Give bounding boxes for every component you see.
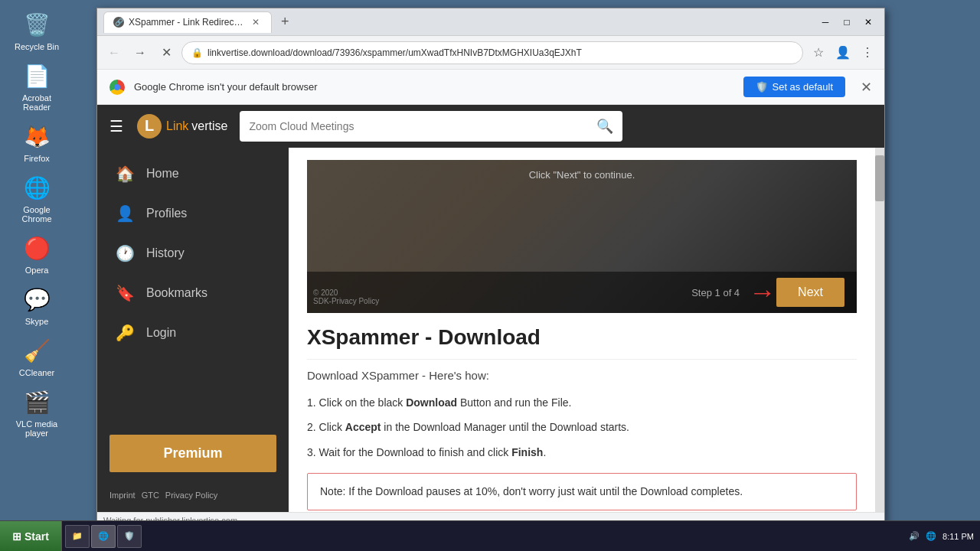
premium-button[interactable]: Premium [109, 435, 276, 472]
tab-close-button[interactable]: ✕ [250, 16, 262, 28]
sidebar-history-label: History [146, 246, 185, 260]
history-icon: 🕐 [116, 244, 134, 262]
sidebar-login-label: Login [146, 326, 176, 340]
lv-footer-links: Imprint GTC Privacy Policy [97, 484, 289, 506]
back-button[interactable]: ← [103, 42, 125, 64]
taskbar-browser[interactable]: 🌐 [91, 525, 116, 548]
article-steps-list: 1. Click on the black Download Button an… [307, 394, 857, 461]
banner-message: Google Chrome isn't your default browser [134, 81, 734, 93]
file-manager-icon: 📁 [72, 531, 83, 541]
next-arrow-icon: → [749, 279, 776, 306]
list-item: 2. Click Accept in the Download Manager … [307, 419, 857, 435]
list-item: 3. Wait for the Download to finish and c… [307, 444, 857, 461]
reload-button[interactable]: ✕ [155, 42, 177, 64]
sidebar-item-login[interactable]: 🔑 Login [97, 313, 289, 353]
browser-content: ☰ L Link vertise 🔍 [97, 105, 884, 527]
desktop-icon-google-chrome[interactable]: 🌐 Google Chrome [6, 169, 67, 227]
hamburger-menu-button[interactable]: ☰ [109, 117, 123, 135]
start-label: Start [24, 530, 49, 543]
step-indicator: Step 1 of 4 [691, 287, 740, 298]
desktop-icon-vlc[interactable]: 🎬 VLC media player [6, 383, 67, 441]
sidebar-item-home[interactable]: 🏠 Home [97, 154, 289, 194]
acrobat-label: Acrobat Reader [9, 93, 64, 112]
menu-button[interactable]: ⋮ [857, 42, 878, 64]
desktop-icon-ccleaner[interactable]: 🧹 CCleaner [6, 332, 67, 380]
desktop-icon-skype[interactable]: 💬 Skype [6, 281, 67, 329]
login-icon: 🔑 [116, 324, 134, 342]
url-text: linkvertise.download/download/73936/xspa… [207, 47, 793, 58]
lv-header: ☰ L Link vertise 🔍 [97, 105, 884, 148]
new-tab-button[interactable]: + [275, 12, 296, 31]
footer-privacy[interactable]: Privacy Policy [165, 491, 217, 500]
opera-icon: 🔴 [21, 233, 52, 263]
network-icon: 🌐 [926, 531, 936, 541]
speaker-icon: 🔊 [909, 531, 920, 541]
tab-favicon: 🔗 [113, 17, 124, 28]
taskbar-items: 📁 🌐 🛡️ [62, 521, 903, 551]
vlc-icon: 🎬 [21, 386, 52, 417]
chrome-icon: 🌐 [21, 172, 52, 203]
firefox-label: Firefox [24, 154, 50, 163]
sidebar-item-bookmarks[interactable]: 🔖 Bookmarks [97, 273, 289, 313]
lv-search-input[interactable] [249, 120, 590, 132]
lv-search-bar[interactable]: 🔍 [240, 111, 622, 142]
taskbar-right: 🔊 🌐 8:11 PM [903, 531, 980, 541]
profiles-icon: 👤 [116, 204, 134, 223]
start-button[interactable]: ⊞ Start [0, 521, 62, 551]
preview-click-text: Click "Next" to continue. [307, 160, 857, 190]
banner-close-button[interactable]: ✕ [861, 79, 872, 96]
browser-taskbar-icon: 🌐 [98, 531, 109, 541]
sidebar-item-profiles[interactable]: 👤 Profiles [97, 194, 289, 233]
recycle-bin-label: Recycle Bin [15, 42, 59, 51]
maximize-button[interactable]: □ [837, 15, 857, 30]
ccleaner-icon: 🧹 [21, 335, 52, 366]
desktop-icons: 🗑️ Recycle Bin 📄 Acrobat Reader 🦊 Firefo… [0, 0, 92, 447]
security-icon: 🛡️ [124, 531, 135, 541]
lv-logo-link-text: Link [166, 119, 188, 133]
set-default-button[interactable]: 🛡️ Set as default [743, 77, 846, 97]
ccleaner-label: CCleaner [19, 368, 54, 377]
lv-scrollbar-thumb[interactable] [875, 155, 884, 201]
forward-button[interactable]: → [129, 42, 151, 64]
lv-scrollbar[interactable] [875, 148, 884, 512]
lv-main: Click "Next" to continue. © 2020 SDK-Pri… [289, 148, 875, 512]
note-text: Note: If the Download pauses at 10%, don… [320, 485, 743, 497]
desktop-icon-recycle-bin[interactable]: 🗑️ Recycle Bin [6, 6, 67, 54]
note-box: Note: If the Download pauses at 10%, don… [307, 473, 857, 510]
windows-icon: ⊞ [12, 530, 21, 543]
vlc-label: VLC media player [9, 419, 64, 438]
chrome-label: Google Chrome [9, 205, 64, 223]
address-bar-icons: ☆ 👤 ⋮ [808, 42, 878, 64]
privacy-policy-link[interactable]: SDK-Privacy Policy [313, 297, 379, 305]
skype-icon: 💬 [21, 284, 52, 315]
bookmark-star-button[interactable]: ☆ [808, 42, 829, 64]
article-subtitle: Download XSpammer - Here's how: [307, 369, 857, 382]
article-title: XSpammer - Download [307, 325, 857, 360]
footer-gtc[interactable]: GTC [142, 491, 159, 500]
sidebar-item-history[interactable]: 🕐 History [97, 233, 289, 273]
acrobat-icon: 📄 [21, 60, 52, 91]
browser-tab[interactable]: 🔗 XSpammer - Link Redirect | Linkvert...… [103, 11, 272, 33]
default-browser-banner: Google Chrome isn't your default browser… [97, 70, 884, 105]
close-button[interactable]: ✕ [858, 15, 878, 30]
lv-logo-vertise-text: vertise [191, 119, 227, 133]
svg-text:L: L [145, 117, 154, 134]
search-icon[interactable]: 🔍 [596, 118, 613, 135]
next-button[interactable]: Next [776, 278, 844, 307]
clock: 8:11 PM [942, 532, 974, 541]
address-bar: ← → ✕ 🔒 linkvertise.download/download/73… [97, 36, 884, 70]
desktop-icon-acrobat[interactable]: 📄 Acrobat Reader [6, 57, 67, 115]
sidebar-profiles-label: Profiles [146, 207, 187, 220]
minimize-button[interactable]: ─ [815, 15, 835, 30]
desktop-icon-firefox[interactable]: 🦊 Firefox [6, 118, 67, 166]
set-default-label: Set as default [773, 81, 834, 93]
desktop-icon-opera[interactable]: 🔴 Opera [6, 230, 67, 278]
footer-imprint[interactable]: Imprint [109, 491, 136, 500]
profile-button[interactable]: 👤 [832, 42, 854, 64]
url-bar[interactable]: 🔒 linkvertise.download/download/73936/xs… [181, 41, 803, 64]
opera-label: Opera [25, 266, 49, 275]
lv-page: 🏠 Home 👤 Profiles 🕐 History 🔖 [97, 148, 884, 527]
sidebar-home-label: Home [146, 167, 179, 181]
taskbar-security[interactable]: 🛡️ [117, 525, 142, 548]
taskbar-file-manager[interactable]: 📁 [65, 525, 90, 548]
